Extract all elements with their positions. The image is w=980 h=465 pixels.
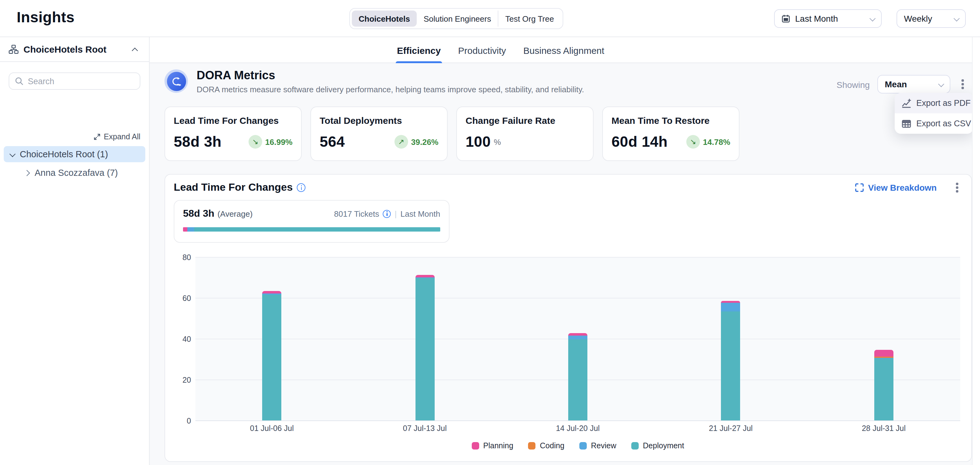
trend-badge: ↘14.78% [686,135,730,149]
legend-item-coding: Coding [528,441,564,450]
metric-card-value: 58d 3h [174,133,221,150]
chevron-down-icon [870,15,876,21]
chart-line-icon [902,98,912,108]
legend-label: Deployment [643,441,684,450]
legend-item-deployment: Deployment [631,441,684,450]
bar-segment-planning [415,275,434,277]
stacked-bar [262,291,281,420]
average-suffix: (Average) [217,209,253,218]
chart-legend: PlanningCodingReviewDeployment [196,441,960,450]
metric-card-title: Total Deployments [320,115,438,126]
bar-segment-review [721,302,740,312]
trend-badge: ↗39.26% [395,135,438,149]
chevron-down-icon[interactable] [10,151,16,157]
trend-percent: 16.99% [265,137,293,147]
trend-down-icon: ↘ [248,135,262,149]
bar-segment-planning [262,291,281,294]
y-tick-label: 0 [187,417,191,425]
page-title: Insights [17,9,75,26]
expand-corners-icon [855,183,864,192]
aggregation-select[interactable]: Mean [877,75,950,94]
sidebar-collapse-button[interactable] [131,42,140,56]
bar-segment-deployment [568,339,587,420]
phase-distribution-bar [183,227,440,232]
info-icon[interactable] [383,209,391,217]
legend-label: Coding [540,441,564,450]
menu-item-export-as-pdf[interactable]: Export as PDF [895,93,973,113]
view-breakdown-link[interactable]: View Breakdown [855,183,937,193]
metric-card-title: Change Failure Rate [466,115,584,126]
metric-card: Lead Time For Changes58d 3h↘16.99% [164,107,302,161]
insights-page: Insights ChoiceHotelsSolution EngineersT… [0,0,980,465]
tree-node-label: Anna Scozzafava (7) [35,168,118,178]
chart-plot-area [196,257,960,421]
expand-all-button[interactable]: Expand All [93,133,140,141]
main-tabs: EfficiencyProductivityBusiness Alignment [396,37,606,63]
trend-percent: 39.26% [411,137,438,147]
menu-item-export-as-csv[interactable]: Export as CSV [895,113,973,134]
chevron-up-icon [132,48,138,54]
date-range-select[interactable]: Last Month [774,9,882,28]
org-tree: ChoiceHotels Root (1)Anna Scozzafava (7) [4,146,145,183]
export-menu: Export as PDFExport as CSV [895,93,973,134]
org-tab-solution-engineers[interactable]: Solution Engineers [417,11,498,27]
legend-swatch [579,442,587,449]
org-switcher: ChoiceHotelsSolution EngineersTest Org T… [349,8,563,29]
sidebar-header: ChoiceHotels Root [0,37,149,62]
metric-card-value: 60d 14h [611,133,668,150]
tab-efficiency[interactable]: Efficiency [396,37,442,63]
date-range-value: Last Month [795,14,865,24]
metric-cards-row: Lead Time For Changes58d 3h↘16.99%Total … [164,107,740,161]
search-input[interactable] [28,77,137,86]
expand-all-icon [93,133,101,141]
tab-productivity[interactable]: Productivity [457,37,508,63]
chart-card-header: Lead Time For Changes [174,181,306,194]
top-right-controls: Last Month Weekly [774,9,966,28]
legend-label: Planning [483,441,513,450]
metric-card: Mean Time To Restore60d 14h↘14.78% [602,107,740,161]
chevron-down-icon [954,15,960,21]
bar-segment-planning [568,333,587,336]
granularity-select[interactable]: Weekly [897,9,966,28]
expand-all-label: Expand All [104,133,140,141]
info-icon[interactable] [297,183,306,192]
x-tick-label: 01 Jul-06 Jul [250,424,294,433]
view-breakdown-label: View Breakdown [868,183,937,193]
y-tick-label: 40 [182,335,191,344]
dora-overflow-menu-button[interactable] [957,77,968,91]
phase-segment-deployment [194,227,440,232]
main-tab-strip: EfficiencyProductivityBusiness Alignment [150,37,972,63]
bar-segment-deployment [874,358,893,420]
scrollbar-track[interactable] [972,37,980,465]
metric-card-title: Mean Time To Restore [611,115,730,126]
gridline [196,298,960,299]
dashboard-content: DORA Metrics DORA metrics measure softwa… [150,63,972,465]
menu-item-label: Export as CSV [916,119,971,128]
bar-segment-deployment [262,295,281,420]
top-bar: Insights ChoiceHotelsSolution EngineersT… [0,0,980,37]
average-value: 58d 3h [183,208,214,219]
sidebar-title: ChoiceHotels Root [24,44,126,54]
trend-down-icon: ↘ [686,135,700,149]
org-tab-test-org-tree[interactable]: Test Org Tree [498,11,561,27]
dora-metrics-icon [164,69,188,93]
chart-overflow-menu-button[interactable] [951,181,963,195]
trend-up-icon: ↗ [395,135,408,149]
stacked-bar [415,275,434,420]
chevron-right-icon[interactable] [24,169,30,176]
stacked-bar [568,333,587,420]
dora-section-subtitle: DORA metrics measure software delivery p… [197,85,584,94]
org-tab-choicehotels[interactable]: ChoiceHotels [352,11,417,27]
metric-card: Total Deployments564↗39.26% [310,107,448,161]
trend-percent: 14.78% [703,137,730,147]
x-tick-label: 28 Jul-31 Jul [862,424,906,433]
tab-business-alignment[interactable]: Business Alignment [522,37,606,63]
tree-node[interactable]: ChoiceHotels Root (1) [4,146,145,162]
showing-label: Showing [837,80,870,90]
org-hierarchy-icon [9,44,19,54]
y-tick-label: 60 [182,294,191,303]
tree-node[interactable]: Anna Scozzafava (7) [19,165,145,181]
legend-item-planning: Planning [471,441,513,450]
chart-title: Lead Time For Changes [174,181,293,194]
period-label: Last Month [400,209,440,218]
